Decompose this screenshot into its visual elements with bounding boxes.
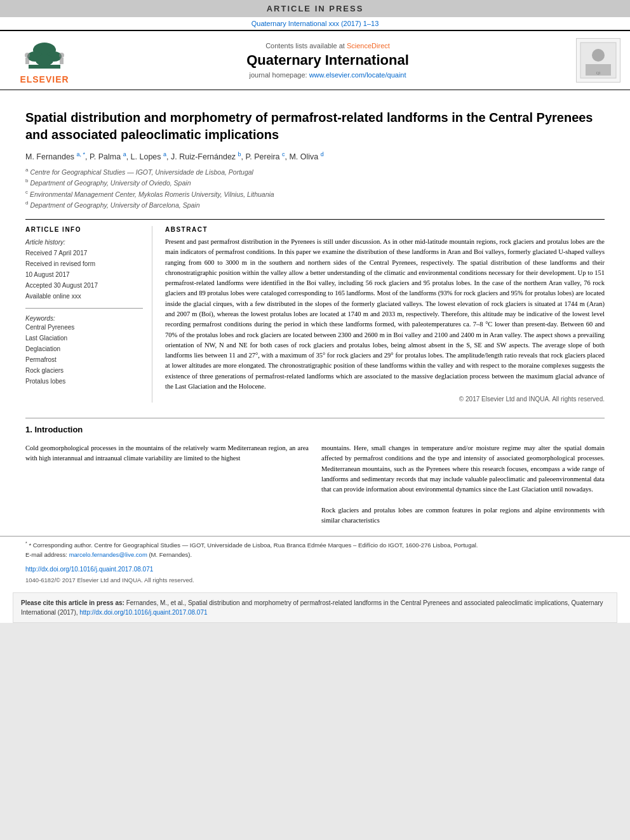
citation-please: Please cite this article in press as:: [21, 599, 124, 606]
email-label: E-mail address:: [25, 551, 67, 558]
affil-c: Environmental Management Center, Mykolas…: [30, 190, 274, 197]
svg-rect-7: [25, 58, 29, 64]
intro-left-text: Cold geomorphological processes in the m…: [25, 443, 309, 464]
keyword-5: Rock glaciers: [25, 365, 143, 376]
svg-point-6: [25, 53, 30, 58]
svg-point-11: [592, 49, 605, 62]
keyword-4: Permafrost: [25, 354, 143, 365]
intro-body-two-col: Cold geomorphological processes in the m…: [0, 443, 630, 526]
article-info-heading: ARTICLE INFO: [25, 226, 143, 233]
authors-line: M. Fernandes a, *, P. Palma a, L. Lopes …: [25, 151, 605, 161]
keyword-3: Deglaciation: [25, 343, 143, 354]
intro-section-name: Introduction: [34, 425, 83, 434]
intro-right-text-2: Rock glaciers and protalus lobes are com…: [321, 505, 605, 526]
affiliations: a Centre for Geographical Studies — IGOT…: [25, 166, 605, 210]
affil-d: Department of Geography, University of B…: [30, 201, 199, 208]
svg-point-8: [59, 53, 64, 58]
doi-line: Quaternary International xxx (2017) 1–13: [0, 17, 630, 30]
homepage-prefix: journal homepage:: [249, 71, 307, 79]
citation-doi-link[interactable]: http://dx.doi.org/10.1016/j.quaint.2017.…: [79, 609, 207, 616]
keywords-label: Keywords:: [25, 315, 143, 322]
abstract-text: Present and past permafrost distribution…: [165, 237, 605, 392]
doi-text: Quaternary International xxx (2017) 1–13: [251, 20, 379, 27]
article-history: Article history: Received 7 April 2017 R…: [25, 237, 143, 302]
footnote-corresponding-text: * Corresponding author. Centre for Geogr…: [29, 542, 478, 549]
copyright-line: © 2017 Elsevier Ltd and INQUA. All right…: [165, 396, 605, 403]
svg-point-5: [36, 55, 53, 66]
elsevier-tree-icon: [16, 36, 73, 74]
journal-homepage: journal homepage: www.elsevier.com/locat…: [89, 71, 566, 79]
received-date: Received 7 April 2017: [25, 248, 143, 258]
footnote-area: * * Corresponding author. Centre for Geo…: [0, 536, 630, 563]
abstract-heading: ABSTRACT: [165, 226, 605, 233]
intro-left-col: Cold geomorphological processes in the m…: [25, 443, 309, 526]
intro-section-title: 1. Introduction: [25, 425, 605, 434]
revised-date: 10 August 2017: [25, 269, 143, 280]
doi-link[interactable]: http://dx.doi.org/10.1016/j.quaint.2017.…: [25, 566, 153, 573]
keyword-6: Protalus lobes: [25, 376, 143, 387]
affil-b: Department of Geography, University of O…: [30, 179, 191, 187]
banner-text: ARTICLE IN PRESS: [267, 4, 364, 13]
email-address[interactable]: marcelo.fernandes@live.com: [69, 551, 147, 558]
citation-banner: Please cite this article in press as: Fe…: [13, 592, 617, 623]
doi-footer: http://dx.doi.org/10.1016/j.quaint.2017.…: [0, 563, 630, 575]
article-info-abstract-section: ARTICLE INFO Article history: Received 7…: [25, 219, 605, 403]
history-label: Article history:: [25, 237, 143, 248]
keyword-2: Last Glaciation: [25, 333, 143, 343]
intro-heading-container: 1. Introduction: [0, 418, 630, 443]
accepted-date: Accepted 30 August 2017: [25, 280, 143, 291]
elsevier-logo-right: QI: [573, 38, 624, 83]
homepage-url[interactable]: www.elsevier.com/locate/quaint: [309, 71, 406, 79]
sciencedirect-link[interactable]: ScienceDirect: [347, 42, 390, 50]
intro-section-number: 1.: [25, 425, 32, 434]
intro-right-col: mountains. Here, small changes in temper…: [321, 443, 605, 526]
email-name: (M. Fernandes).: [149, 551, 192, 558]
affil-a: Centre for Geographical Studies — IGOT, …: [30, 168, 253, 176]
article-in-press-banner: ARTICLE IN PRESS: [0, 0, 630, 17]
available-online: Available online xxx: [25, 291, 143, 302]
keywords-list: Central Pyrenees Last Glaciation Deglaci…: [25, 322, 143, 387]
article-title: Spatial distribution and morphometry of …: [25, 109, 605, 143]
main-content: Spatial distribution and morphometry of …: [0, 90, 630, 418]
corresponding-author-note: * * Corresponding author. Centre for Geo…: [25, 540, 605, 550]
article-info-col: ARTICLE INFO Article history: Received 7…: [25, 226, 152, 403]
page-wrapper: ARTICLE IN PRESS Quaternary Internationa…: [0, 0, 630, 623]
svg-text:QI: QI: [596, 71, 600, 75]
svg-rect-9: [60, 58, 64, 64]
keyword-1: Central Pyrenees: [25, 322, 143, 333]
journal-logo-image: QI: [576, 38, 620, 83]
keywords-section: Keywords: Central Pyrenees Last Glaciati…: [25, 315, 143, 387]
journal-title: Quaternary International: [89, 52, 566, 69]
elsevier-logo-left: ELSEVIER: [6, 36, 83, 84]
rights-footer: 1040-6182/© 2017 Elsevier Ltd and INQUA.…: [0, 575, 630, 589]
journal-header: ELSEVIER Contents lists available at Sci…: [0, 30, 630, 90]
email-line: E-mail address: marcelo.fernandes@live.c…: [25, 550, 605, 559]
intro-right-text: mountains. Here, small changes in temper…: [321, 443, 605, 495]
revised-label: Received in revised form: [25, 258, 143, 269]
journal-info-center: Contents lists available at ScienceDirec…: [89, 42, 566, 79]
contents-available-line: Contents lists available at ScienceDirec…: [89, 42, 566, 50]
info-divider: [25, 308, 143, 309]
elsevier-label: ELSEVIER: [20, 74, 69, 84]
contents-prefix: Contents lists available at: [265, 42, 345, 50]
abstract-col: ABSTRACT Present and past permafrost dis…: [165, 226, 605, 403]
